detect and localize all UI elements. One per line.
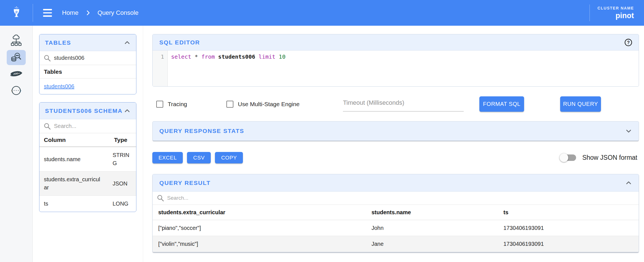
sql-token: limit <box>259 53 279 60</box>
tracing-checkbox[interactable] <box>156 101 163 108</box>
main-content: SQL EDITOR ? 1 select * from students006… <box>152 34 639 252</box>
result-col-header[interactable]: students.name <box>371 209 503 216</box>
chevron-right-icon <box>85 9 91 16</box>
copy-button[interactable]: COPY <box>215 152 243 163</box>
sidebar-item-zookeeper[interactable]: ZOO <box>7 66 26 82</box>
top-app-bar: p Home Query Console CLUSTER NAME pinot <box>0 0 644 26</box>
cluster-icon <box>10 35 23 47</box>
sql-token: * <box>195 53 201 60</box>
schema-table-header: Column Type <box>39 133 136 147</box>
cluster-name-value: pinot <box>598 11 634 20</box>
chevron-up-icon <box>625 179 633 187</box>
schema-row: students.name STRING <box>39 147 136 171</box>
result-col-header[interactable]: students.extra_curricular <box>153 209 371 216</box>
swagger-glyph: {···} <box>11 88 21 92</box>
run-query-button[interactable]: RUN QUERY <box>560 96 601 112</box>
table-link-students006[interactable]: students006 <box>44 83 74 90</box>
query-response-stats-title: QUERY RESPONSE STATS <box>159 128 244 134</box>
multistage-checkbox[interactable] <box>226 101 233 108</box>
result-col-header[interactable]: ts <box>503 209 639 216</box>
tracing-label: Tracing <box>168 101 187 108</box>
left-panels: TABLES Tables students006 STUDENTS006 SC… <box>39 34 136 212</box>
result-cell: ["piano","soccer"] <box>153 225 371 231</box>
chevron-up-icon <box>123 39 131 47</box>
tables-list-header: Tables <box>39 65 136 78</box>
chevron-up-icon <box>123 107 131 115</box>
sql-code-line[interactable]: select * from students006 limit 10 <box>168 51 639 86</box>
breadcrumb-home[interactable]: Home <box>62 9 79 16</box>
schema-panel: STUDENTS006 SCHEMA Column Type students.… <box>39 102 136 212</box>
zookeeper-icon: ZOO <box>10 68 23 80</box>
multistage-label: Use Multi-Stage Engine <box>238 101 300 108</box>
excel-button[interactable]: EXCEL <box>152 152 183 163</box>
topbar-divider <box>33 4 33 22</box>
schema-type-header: Type <box>114 137 127 143</box>
json-format-toggle[interactable] <box>560 154 576 161</box>
logo-letter: p <box>15 10 18 14</box>
schema-row: ts LONG <box>39 196 136 212</box>
sql-token: select <box>171 53 195 60</box>
result-search-row <box>153 192 639 205</box>
help-glyph: ? <box>627 40 630 45</box>
nav-rail: ZOO {···} <box>0 26 33 262</box>
query-console-icon <box>10 51 23 64</box>
timeout-field-wrap <box>343 96 464 111</box>
help-icon[interactable]: ? <box>624 38 633 47</box>
schema-panel-header[interactable]: STUDENTS006 SCHEMA <box>39 103 136 119</box>
schema-search-input[interactable] <box>54 123 132 129</box>
result-cell: Jane <box>371 241 503 247</box>
swagger-icon: {···} <box>10 84 23 97</box>
sql-editor-title: SQL EDITOR <box>159 39 200 46</box>
schema-panel-title: STUDENTS006 SCHEMA <box>45 108 122 114</box>
editor-gutter: 1 <box>153 51 168 86</box>
csv-button[interactable]: CSV <box>187 152 211 163</box>
breadcrumb: Home Query Console <box>62 9 138 16</box>
json-format-label: Show JSON format <box>582 154 637 161</box>
json-format-control[interactable]: Show JSON format <box>560 154 639 161</box>
schema-column-type: JSON <box>113 180 132 188</box>
sql-token: students006 <box>218 53 259 60</box>
schema-search-row <box>39 119 136 133</box>
sql-code-editor[interactable]: 1 select * from students006 limit 10 <box>153 51 639 86</box>
result-cell: 1730406193091 <box>503 241 639 247</box>
pinot-logo[interactable]: p <box>0 0 33 26</box>
cluster-info: CLUSTER NAME pinot <box>590 6 644 20</box>
schema-row: students.extra_curricular JSON <box>39 171 136 196</box>
tables-panel-header[interactable]: TABLES <box>39 34 136 51</box>
tables-panel-title: TABLES <box>45 39 71 46</box>
sidebar-item-cluster[interactable] <box>7 34 26 49</box>
tables-search-row <box>39 51 136 65</box>
table-row: ["violin","music"] Jane 1730406193091 <box>153 236 639 252</box>
sidebar-item-swagger[interactable]: {···} <box>7 83 26 98</box>
search-icon <box>43 122 51 130</box>
query-result-title: QUERY RESULT <box>159 180 210 186</box>
tables-panel: TABLES Tables students006 <box>39 34 136 94</box>
cluster-name-label: CLUSTER NAME <box>598 6 634 10</box>
search-icon <box>43 54 51 62</box>
sql-editor-panel: SQL EDITOR ? 1 select * from students006… <box>152 34 639 87</box>
sidebar-item-query-console[interactable] <box>7 50 26 65</box>
format-sql-button[interactable]: FORMAT SQL <box>479 96 524 112</box>
query-result-header[interactable]: QUERY RESULT <box>153 174 639 192</box>
multistage-control[interactable]: Use Multi-Stage Engine <box>226 101 300 108</box>
table-row: ["piano","soccer"] John 1730406193091 <box>153 220 639 236</box>
query-response-stats-panel[interactable]: QUERY RESPONSE STATS <box>152 121 639 141</box>
tracing-control[interactable]: Tracing <box>156 101 187 108</box>
result-search-input[interactable] <box>167 195 635 201</box>
schema-column-name: students.extra_curricular <box>44 175 103 192</box>
pinot-logo-icon: p <box>10 6 23 19</box>
query-controls: Tracing Use Multi-Stage Engine FORMAT SQ… <box>152 96 639 112</box>
tables-search-input[interactable] <box>54 55 132 61</box>
line-number: 1 <box>161 53 164 60</box>
timeout-input[interactable] <box>343 96 464 111</box>
schema-column-name: students.name <box>44 155 103 163</box>
menu-icon[interactable] <box>43 9 52 17</box>
schema-column-name: ts <box>44 200 103 208</box>
query-result-panel: QUERY RESULT students.extra_curricular s… <box>152 174 639 252</box>
schema-column-type: STRING <box>113 151 132 167</box>
toggle-knob <box>560 153 568 162</box>
search-icon <box>157 194 164 202</box>
sql-editor-header: SQL EDITOR ? <box>153 34 639 51</box>
schema-col-header: Column <box>44 137 104 143</box>
result-cell: ["violin","music"] <box>153 241 371 247</box>
